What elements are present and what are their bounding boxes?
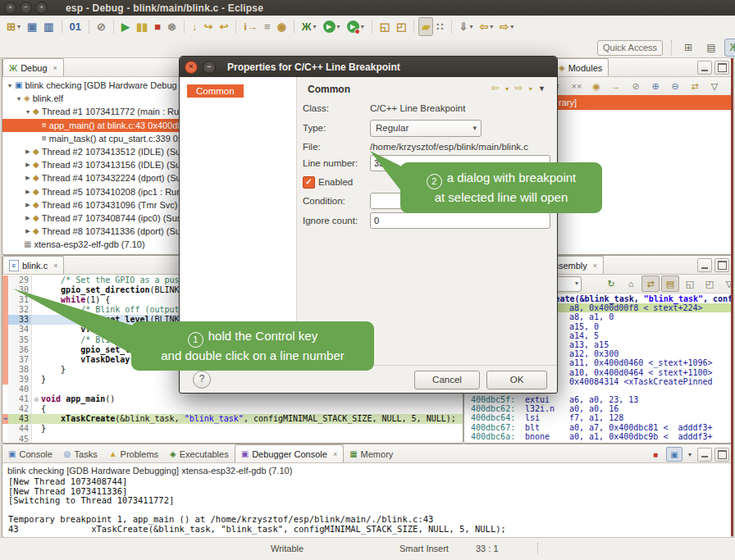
twisty-icon[interactable]: ▶ bbox=[24, 148, 32, 155]
window-close-button[interactable]: × bbox=[4, 2, 16, 14]
debug-tree-row[interactable]: ▶◆Thread #4 1073432224 (dport) (Sus bbox=[2, 171, 188, 184]
dialog-nav-arrows[interactable]: ⇦ ▾ ⇨ ▾ ▼ bbox=[491, 82, 547, 93]
chevron-down-icon[interactable]: ▾ bbox=[17, 23, 21, 30]
disassembly-line[interactable]: 400dbc62:l32i.na0, a0, 16 bbox=[464, 404, 732, 413]
terminate-icon[interactable]: ■ bbox=[647, 447, 664, 462]
disassembly-line[interactable]: 400dbc64:lsif7, a1, 128 bbox=[464, 413, 732, 422]
twisty-icon[interactable]: ▶ bbox=[24, 215, 32, 221]
chevron-down-icon[interactable]: ▾ bbox=[337, 23, 340, 30]
disassembly-line[interactable]: 400dbc6a:bnonea0, a1, 0x400dbc9b <__addd… bbox=[464, 432, 732, 441]
tab-debugger-console[interactable]: ▣Debugger Console× bbox=[235, 444, 344, 462]
debug-tree-row[interactable]: ▦xtensa-esp32-elf-gdb (7.10) bbox=[2, 238, 188, 251]
toolbar-icon-instruction-stepping[interactable]: i→ bbox=[240, 17, 261, 36]
toolbar-icon-suspend[interactable]: ▮▮ bbox=[133, 17, 151, 36]
toolbar-icon-forward[interactable]: ⇨▾ bbox=[496, 17, 517, 36]
toolbar-icon-terminate[interactable]: ■ bbox=[151, 17, 164, 36]
maximize-view-icon[interactable] bbox=[714, 448, 729, 462]
line-number[interactable]: 36 bbox=[8, 345, 32, 355]
toolbar-icon-open-resource[interactable]: ◰ bbox=[393, 17, 409, 36]
toolbar-icon-run-external[interactable]: ▶▾ bbox=[344, 17, 368, 36]
modules-toolbar-view-menu-icon[interactable]: ▽ bbox=[705, 78, 724, 94]
perspective-cpp-perspective[interactable]: ▤ bbox=[701, 39, 721, 57]
toolbar-icon-back[interactable]: ⇦▾ bbox=[476, 17, 496, 36]
line-number[interactable]: 43 bbox=[8, 414, 32, 424]
modules-toolbar-expand-all-icon[interactable]: ⊕ bbox=[646, 78, 664, 94]
minimize-view-icon[interactable] bbox=[697, 258, 712, 272]
debug-tree-row[interactable]: ▼◆Thread #1 1073411772 (main : Runn bbox=[2, 105, 188, 118]
modules-toolbar-select-pointer-icon[interactable]: ⊘ bbox=[627, 78, 645, 94]
toolbar-icon-mark-occurrences[interactable]: ▰ bbox=[418, 17, 433, 36]
twisty-icon[interactable]: ▶ bbox=[24, 162, 32, 168]
toolbar-icon-show-execution[interactable]: ≡ bbox=[261, 17, 274, 36]
tab-console[interactable]: ▣Console bbox=[2, 445, 58, 462]
toolbar-icon-debug[interactable]: Ж▾ bbox=[299, 17, 320, 36]
line-number[interactable]: 44 bbox=[8, 424, 32, 434]
close-icon[interactable]: × bbox=[593, 262, 597, 270]
line-number[interactable]: 40 bbox=[8, 385, 32, 394]
line-number[interactable]: 32 bbox=[8, 305, 32, 315]
toolbar-icon-last-edit-location[interactable]: ⇓▾ bbox=[456, 17, 477, 36]
line-number[interactable]: 29 bbox=[8, 275, 32, 285]
chevron-down-icon[interactable]: ▾ bbox=[361, 23, 364, 30]
twisty-icon[interactable]: ▶ bbox=[24, 175, 32, 181]
line-number[interactable]: 34 bbox=[8, 325, 32, 335]
disassembly-toolbar-show-source-icon[interactable]: ▤ bbox=[661, 275, 679, 292]
display-console-icon[interactable]: ▣ bbox=[666, 447, 682, 462]
modules-toolbar-goto-file-icon[interactable]: → bbox=[607, 78, 625, 94]
toolbar-icon-binary-build[interactable]: 01 bbox=[66, 17, 84, 36]
tab-executables[interactable]: ◈Executables bbox=[164, 445, 235, 462]
chevron-down-icon[interactable]: ▾ bbox=[469, 23, 472, 30]
debug-tree-row[interactable]: ▶◆Thread #6 1073431096 (Tmr Svc) (S bbox=[2, 198, 188, 212]
tab-debug[interactable]: Ж Debug × bbox=[2, 58, 64, 76]
toolbar-icon-skip-all-breakpoints[interactable]: ⊘ bbox=[94, 17, 109, 36]
editor-line[interactable]: →43 xTaskCreate(&blink_task, "blink_task… bbox=[2, 414, 463, 424]
close-icon[interactable]: × bbox=[53, 262, 57, 270]
editor-line[interactable]: 41⊖void app_main() bbox=[2, 394, 463, 404]
debug-tree-row[interactable]: ▼◈blink.elf bbox=[2, 92, 188, 105]
console-output[interactable]: [New Thread 1073408744][New Thread 10734… bbox=[2, 477, 732, 535]
line-number[interactable]: 30 bbox=[8, 285, 32, 295]
disassembly-line[interactable]: 400dbc5f:extuia6, a0, 23, 13 bbox=[464, 395, 732, 404]
line-number[interactable]: 39 bbox=[8, 375, 32, 385]
fold-icon[interactable]: ⊖ bbox=[32, 394, 41, 404]
disassembly-line[interactable]: 400dbc67:blta0, a7, 0x400dbc81 <__adddf3… bbox=[464, 423, 732, 432]
debug-tree-row[interactable]: ▶◆Thread #7 1073408744 (ipc0) (Susp bbox=[2, 212, 188, 225]
debug-tree-row[interactable]: ▶◆Thread #8 1073411336 (dport) (Sus bbox=[2, 225, 188, 238]
chevron-down-icon[interactable]: ▾ bbox=[313, 23, 317, 30]
nav-item-common[interactable]: Common bbox=[187, 84, 244, 98]
debug-tree-row[interactable]: ▶◆Thread #2 1073413512 (IDLE) (Susp bbox=[2, 145, 188, 158]
ok-button[interactable]: OK bbox=[486, 371, 547, 389]
quick-access-button[interactable]: Quick Access bbox=[597, 40, 663, 56]
toolbar-icon-save[interactable]: ▣ bbox=[24, 17, 40, 36]
close-icon[interactable]: × bbox=[333, 450, 337, 458]
tab-memory[interactable]: ▦Memory bbox=[344, 445, 399, 462]
cancel-button[interactable]: Cancel bbox=[414, 371, 480, 389]
toolbar-icon-save-all[interactable]: ▥ bbox=[40, 17, 57, 36]
toolbar-icon-breakpoint-view[interactable]: ◉ bbox=[274, 17, 290, 36]
editor-line[interactable]: 45 bbox=[2, 435, 463, 444]
line-number[interactable]: 45 bbox=[8, 435, 32, 444]
chevron-down-icon[interactable]: ▾ bbox=[490, 23, 493, 30]
twisty-icon[interactable]: ▼ bbox=[24, 109, 32, 115]
type-select[interactable]: Regular ▾ bbox=[370, 120, 482, 137]
modules-toolbar-remove-all-breakpoints-icon[interactable]: ×× bbox=[568, 78, 586, 94]
tab-blink-c[interactable]: c blink.c × bbox=[2, 256, 64, 274]
toolbar-icon-resume[interactable]: ▶ bbox=[118, 17, 133, 36]
toolbar-icon-new-wizard[interactable]: ⊞▾ bbox=[3, 17, 24, 36]
tab-tasks[interactable]: ◎Tasks bbox=[58, 445, 103, 462]
debug-tree-row[interactable]: ▼▣blink checking [GDB Hardware Debug bbox=[2, 79, 188, 92]
disassembly-toolbar-home-icon[interactable]: ⌂ bbox=[622, 275, 640, 292]
disassembly-toolbar-pin-view-icon[interactable]: ◰ bbox=[701, 275, 719, 292]
disassembly-toolbar-refresh-icon[interactable]: ↻ bbox=[602, 275, 620, 292]
line-number[interactable]: 33 bbox=[8, 315, 32, 325]
disassembly-toolbar-sync-active-context-icon[interactable]: ⇄ bbox=[641, 275, 660, 292]
perspective-open-perspective[interactable]: ⊞ bbox=[678, 39, 698, 57]
disassembly-toolbar-new-view-icon[interactable]: ◱ bbox=[681, 275, 699, 292]
toolbar-icon-step-return[interactable]: ↩ bbox=[216, 17, 231, 36]
toolbar-icon-step-over[interactable]: ↪ bbox=[200, 17, 216, 36]
toolbar-icon-step-into[interactable]: ↓ bbox=[189, 17, 201, 36]
debug-tree-row[interactable]: ▶◆Thread #3 1073413156 (IDLE) (Susp bbox=[2, 158, 188, 171]
chevron-down-icon[interactable]: ▾ bbox=[575, 277, 578, 290]
modules-toolbar-collapse-all-icon[interactable]: ⊖ bbox=[666, 78, 684, 94]
editor-line[interactable]: 44} bbox=[2, 424, 463, 434]
